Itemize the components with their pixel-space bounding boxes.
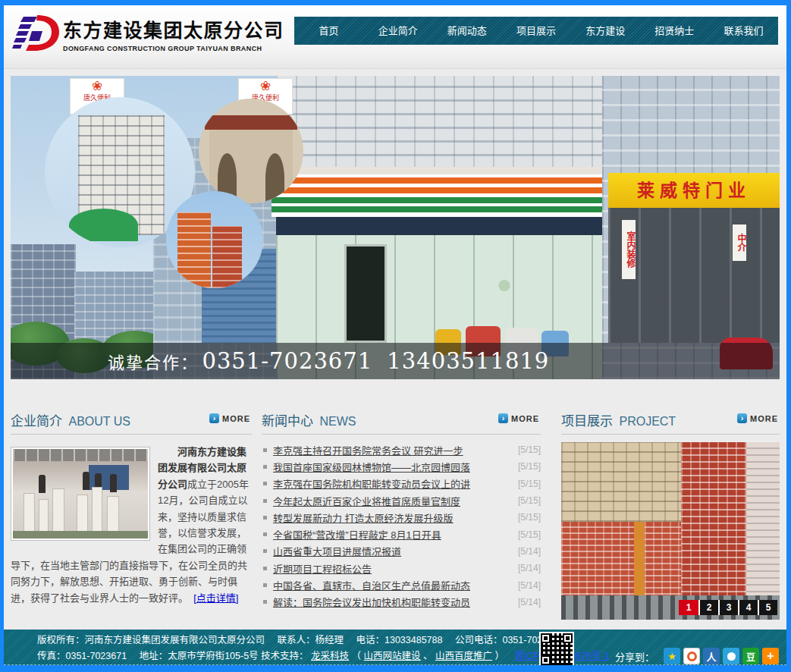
circle-tower-red [212, 226, 241, 288]
baidu-promo-link[interactable]: 山西百度推广 [435, 651, 492, 661]
copyright-text: 版权所有：河南东方建设集团发展有限公司太原分公司 [37, 635, 265, 645]
circle-gate-roof [205, 115, 297, 130]
about-body: 河南东方建设集团发展有限公司太原分公司成立于2005年12月，公司自成立以来，坚… [11, 444, 252, 606]
photo-person [110, 474, 117, 492]
hero-caption-band: 诚挚合作： 0351-7023671 13403511819 [11, 343, 780, 379]
hero-shutter-band [276, 217, 602, 235]
carousel-orange-column [634, 522, 645, 607]
news-link[interactable]: 中国各省、直辖市、自治区生产总值最新动态 [273, 578, 513, 592]
news-row: 我国首座国家级园林博物馆——北京园博园落[5/15] [262, 458, 541, 475]
nav-item-recruit[interactable]: 招贤纳士 [640, 17, 709, 45]
company-logo[interactable]: 东方建设集团太原分公司 DONGFANG CONSTRUCTION GROUP … [11, 13, 284, 54]
more-arrow-icon: › [209, 413, 219, 423]
hero-upper-building [276, 76, 602, 170]
bullet-icon [263, 600, 267, 604]
footer: 版权所有：河南东方建设集团发展有限公司太原分公司 联系人：杨经理 电话：1303… [4, 630, 786, 665]
bullet-icon [263, 499, 267, 503]
news-link[interactable]: 解读：国务院会议发出加快机构职能转变动员 [273, 595, 513, 609]
about-title-en: ABOUT US [68, 415, 130, 428]
share-bar: 分享到： ★ 人 豆 + [615, 648, 779, 664]
project-header: 项目展示 PROJECT › MORE [561, 404, 780, 435]
project-title-cn: 项目展示 [561, 414, 613, 429]
pager-button-4[interactable]: 4 [738, 600, 758, 615]
sina-weibo-icon[interactable] [683, 648, 700, 664]
about-title-cn: 企业简介 [11, 414, 62, 429]
site-build-link[interactable]: 山西网站建设 [364, 651, 421, 661]
news-link[interactable]: 李克强主持召开国务院常务会议 研究进一步 [273, 443, 513, 457]
news-date: [5/14] [518, 563, 541, 573]
photo-model-tower [107, 496, 119, 532]
header: 东方建设集团太原分公司 DONGFANG CONSTRUCTION GROUP … [4, 5, 786, 69]
news-title-cn: 新闻中心 [262, 414, 313, 429]
about-more-link[interactable]: › MORE [209, 413, 250, 423]
logo-icon [11, 13, 60, 54]
qr-code [539, 632, 574, 665]
hero-store-door [344, 244, 387, 343]
carousel-tan-building [561, 442, 681, 522]
news-link[interactable]: 山西省重大项目进展情况报道 [273, 544, 513, 558]
news-more-link[interactable]: › MORE [498, 413, 539, 423]
circle-green-dome [69, 209, 138, 242]
footer-line-1: 版权所有：河南东方建设集团发展有限公司太原分公司 联系人：杨经理 电话：1303… [37, 633, 786, 648]
tech-support-link[interactable]: 龙采科技 [311, 651, 349, 661]
news-title-en: NEWS [319, 415, 356, 428]
news-date: [5/14] [518, 580, 541, 591]
nav-item-home[interactable]: 首页 [294, 17, 363, 45]
more-arrow-icon: › [737, 413, 747, 423]
about-detail-link[interactable]: [点击详情] [193, 592, 238, 604]
pager-button-5[interactable]: 5 [758, 600, 777, 615]
nav-item-projects[interactable]: 项目展示 [501, 17, 570, 45]
share-label: 分享到： [615, 649, 654, 664]
douban-icon[interactable]: 豆 [742, 648, 759, 664]
news-link[interactable]: 今年起太原近百家企业将推首席质量官制度 [273, 494, 513, 508]
hero-caption: 诚挚合作： 0351-7023671 13403511819 [11, 343, 549, 379]
nav-item-contact[interactable]: 联系我们 [709, 17, 778, 45]
news-header: 新闻中心 NEWS › MORE [262, 404, 541, 435]
main-nav: 首页 企业简介 新闻动态 项目展示 东方建设 招贤纳士 联系我们 [294, 17, 778, 45]
page-frame: 东方建设集团太原分公司 DONGFANG CONSTRUCTION GROUP … [0, 0, 791, 672]
project-more-link[interactable]: › MORE [737, 413, 778, 423]
renren-icon[interactable]: 人 [703, 648, 720, 664]
hero-vertical-sign-1: 室内装修 [622, 220, 636, 279]
pager-button-1[interactable]: 1 [679, 600, 698, 615]
hero-circle-photo-3 [166, 191, 263, 288]
project-carousel[interactable]: 1 2 3 4 5 [561, 442, 780, 620]
news-link[interactable]: 近期项目工程招标公告 [273, 561, 513, 576]
news-date: [5/15] [518, 512, 541, 523]
news-row: 解读：国务院会议发出加快机构职能转变动员[5/14] [262, 594, 541, 611]
news-link[interactable]: 我国首座国家级园林博物馆——北京园博园落 [273, 460, 513, 474]
share-more-icon[interactable]: + [762, 648, 779, 664]
photo-person [83, 472, 89, 490]
news-section: 新闻中心 NEWS › MORE 李克强主持召开国务院常务会议 研究进一步[5/… [262, 404, 541, 611]
news-row: 李克强主持召开国务院常务会议 研究进一步[5/15] [262, 441, 541, 458]
nav-item-news[interactable]: 新闻动态 [432, 17, 501, 45]
news-link[interactable]: 李克强在国务院机构职能转变动员会议上的讲 [273, 476, 513, 491]
bullet-icon [263, 567, 267, 570]
about-section: 企业简介 ABOUT US › MORE [11, 404, 252, 606]
nav-item-about[interactable]: 企业简介 [363, 17, 432, 45]
bullet-icon [263, 549, 267, 553]
qr-pattern [541, 633, 573, 665]
news-list: 李克强主持召开国务院常务会议 研究进一步[5/15] 我国首座国家级园林博物馆—… [262, 441, 541, 611]
news-row: 山西省重大项目进展情况报道[5/14] [262, 543, 541, 560]
hero-banner: ❀ 唐久便利 ❀ 唐久便利 莱威特门业 室内装修 中介 [11, 76, 780, 379]
qzone-icon[interactable]: ★ [664, 648, 680, 664]
news-date: [5/15] [518, 479, 541, 489]
photo-model-base [13, 531, 148, 539]
bullet-icon [263, 482, 267, 485]
project-title-en: PROJECT [619, 415, 676, 428]
news-date: [5/15] [518, 444, 541, 455]
hero-phone-1: 0351-7023671 [202, 348, 372, 374]
news-link[interactable]: 全省国税“营改增”日程敲定 8月1日开具 [273, 527, 513, 542]
pager-button-2[interactable]: 2 [698, 600, 718, 615]
hero-store-awning [272, 174, 607, 217]
photo-ceiling [13, 449, 148, 461]
about-photo [11, 447, 150, 541]
tencent-weibo-icon[interactable] [723, 648, 739, 664]
news-link[interactable]: 转型发展新动力 打造太原经济发展升级版 [273, 510, 513, 525]
address: 地址：太原市学府街105-5号 [140, 651, 259, 661]
nav-item-dongfang[interactable]: 东方建设 [571, 17, 640, 45]
news-date: [5/15] [518, 461, 541, 472]
news-date: [5/15] [518, 495, 541, 506]
pager-button-3[interactable]: 3 [718, 600, 738, 615]
